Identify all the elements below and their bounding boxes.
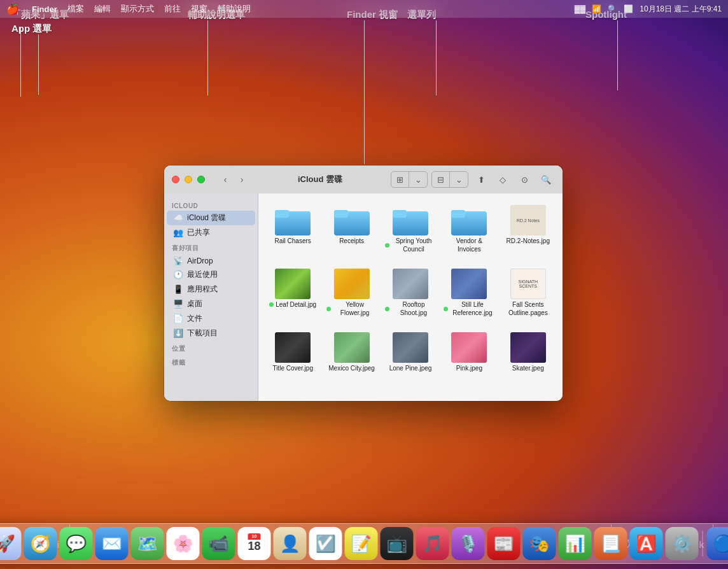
grid-view-button[interactable]: ⊟	[432, 172, 450, 187]
screen-icon: ⬜	[624, 4, 633, 13]
minimize-button[interactable]	[185, 176, 192, 183]
dock-item-reminders[interactable]: ☑️	[309, 527, 342, 560]
dock-item-pages[interactable]: 📃	[594, 527, 627, 560]
grid-chevron[interactable]: ⌄	[450, 172, 468, 187]
apple-menu-icon[interactable]: 🍎	[6, 3, 19, 15]
more-button[interactable]: ⊙	[515, 172, 533, 187]
finder-sidebar: iCloud ☁️ iCloud 雲碟 👥 已共享 喜好項目 📡 AirDrop…	[164, 193, 258, 401]
file-item-skater[interactable]: Skater.jpeg	[500, 327, 556, 376]
dock-item-contacts[interactable]: 👤	[274, 527, 307, 560]
file-label-spring-youth: Spring Youth Council	[385, 237, 436, 253]
dock-item-tv[interactable]: 📺	[381, 527, 414, 560]
sidebar-section-icloud: iCloud	[164, 199, 258, 211]
file-item-spring-youth[interactable]: Spring Youth Council	[382, 200, 438, 257]
sidebar-item-desktop[interactable]: 🖥️ 桌面	[167, 297, 255, 311]
dock-item-launchpad[interactable]: 🚀	[0, 527, 22, 560]
sidebar-item-downloads[interactable]: ⬇️ 下載項目	[167, 326, 255, 341]
forward-button[interactable]: ›	[234, 172, 249, 187]
datetime: 10月18日 週二 上午9:41	[640, 4, 722, 15]
search-icon[interactable]: 🔍	[608, 4, 617, 13]
dock-item-music[interactable]: 🎵	[416, 527, 449, 560]
dock-item-appstore[interactable]: 🅰️	[630, 527, 663, 560]
nav-arrows: ‹ ›	[218, 172, 249, 187]
sidebar-label-documents: 文件	[187, 313, 202, 324]
svg-rect-2	[275, 210, 289, 218]
dock-item-maps[interactable]: 🗺️	[131, 527, 164, 560]
file-item-pink[interactable]: Pink.jpeg	[441, 327, 497, 376]
file-label-still: Still Life Reference.jpg	[444, 300, 494, 317]
sidebar-item-airdrop[interactable]: 📡 AirDrop	[167, 254, 255, 267]
search-button[interactable]: 🔍	[537, 172, 555, 187]
sidebar-item-icloud-drive[interactable]: ☁️ iCloud 雲碟	[167, 211, 255, 225]
svg-rect-6	[393, 210, 407, 218]
documents-icon: 📄	[173, 314, 183, 323]
dock-item-facetime[interactable]: 📹	[202, 527, 235, 560]
sidebar-section-favorites: 喜好項目	[164, 240, 258, 254]
file-item-yellow[interactable]: Yellow Flower.jpg	[323, 263, 379, 321]
dock-item-messages[interactable]: 💬	[60, 527, 93, 560]
menubar-go[interactable]: 前往	[164, 3, 181, 15]
thumb-pink	[450, 331, 488, 364]
dock-divider	[703, 531, 703, 556]
file-label-rd2: RD.2-Notes.jpg	[507, 237, 550, 245]
sidebar-section-tags: 標籤	[164, 355, 258, 369]
file-item-mexico[interactable]: Mexico City.jpeg	[323, 327, 379, 376]
folder-icon-spring-youth	[391, 204, 430, 237]
finder-window: ‹ › iCloud 雲碟 ⊞ ⌄ ⊟ ⌄ ⬆ ◇ ⊙ 🔍 iCloud ☁️ …	[164, 165, 563, 401]
toolbar-icons: ⊞ ⌄ ⊟ ⌄ ⬆ ◇ ⊙ 🔍	[391, 171, 555, 188]
menubar-right: ▓▓ 📶 🔍 ⬜ 10月18日 週二 上午9:41	[575, 4, 722, 15]
menubar-help[interactable]: 輔助說明	[218, 3, 251, 15]
file-label-skater: Skater.jpeg	[512, 364, 544, 372]
dock-item-notes[interactable]: 📝	[345, 527, 378, 560]
dock-item-calendar[interactable]: 1018	[238, 527, 271, 560]
icon-view-button[interactable]: ⊞	[391, 172, 409, 187]
view-chevron[interactable]: ⌄	[409, 172, 427, 187]
thumb-mexico	[333, 331, 371, 364]
sidebar-item-documents[interactable]: 📄 文件	[167, 311, 255, 326]
share-button[interactable]: ⬆	[472, 172, 490, 187]
thumb-lone-pine	[391, 331, 430, 364]
file-item-lone-pine[interactable]: Lone Pine.jpeg	[382, 327, 438, 376]
file-item-still[interactable]: Still Life Reference.jpg	[441, 263, 497, 321]
maximize-button[interactable]	[197, 176, 205, 183]
dock-item-system-settings[interactable]: ⚙️	[666, 527, 699, 560]
file-item-rail-chasers[interactable]: Rail Chasers	[265, 200, 321, 257]
file-item-leaf[interactable]: Leaf Detail.jpg	[265, 263, 321, 321]
close-button[interactable]	[172, 176, 179, 183]
menubar-edit[interactable]: 編輯	[94, 3, 111, 15]
file-item-rooftop[interactable]: Rooftop Shoot.jpg	[382, 263, 438, 321]
file-label-rooftop: Rooftop Shoot.jpg	[385, 300, 436, 317]
menubar-file[interactable]: 檔案	[67, 3, 84, 15]
file-item-vendor[interactable]: Vendor & Invoices	[441, 200, 497, 257]
thumb-yellow	[333, 267, 371, 300]
file-item-rd2[interactable]: RD.2 Notes RD.2-Notes.jpg	[500, 200, 556, 257]
dock-item-keynote[interactable]: 🎭	[523, 527, 556, 560]
finder-content: Rail Chasers Receipts Spring Youth Counc…	[258, 193, 563, 401]
dock-item-news[interactable]: 📰	[487, 527, 521, 560]
dock-item-podcasts[interactable]: 🎙️	[452, 527, 485, 560]
sidebar-item-recent[interactable]: 🕐 最近使用	[167, 267, 255, 282]
dock-item-profile[interactable]: 🔵	[707, 527, 729, 560]
menubar-finder[interactable]: Finder	[32, 4, 57, 14]
dock-item-numbers[interactable]: 📊	[559, 527, 592, 560]
dock-item-safari[interactable]: 🧭	[24, 527, 57, 560]
file-item-fall-scents[interactable]: SIGNATHSCENTS Fall Scents Outline.pages	[500, 263, 556, 321]
sidebar-item-shared[interactable]: 👥 已共享	[167, 225, 255, 240]
file-label-lone-pine: Lone Pine.jpeg	[389, 364, 432, 372]
back-button[interactable]: ‹	[218, 172, 233, 187]
menubar-view[interactable]: 顯示方式	[121, 3, 154, 15]
thumb-still	[450, 267, 488, 300]
dock-item-mail[interactable]: ✉️	[95, 527, 129, 560]
file-label-rail-chasers: Rail Chasers	[275, 237, 311, 245]
file-item-receipts[interactable]: Receipts	[323, 200, 379, 257]
thumb-title-cover	[274, 331, 312, 364]
sidebar-label-apps: 應用程式	[187, 284, 218, 295]
sidebar-item-apps[interactable]: 📱 應用程式	[167, 282, 255, 297]
window-title: iCloud 雲碟	[255, 174, 386, 185]
menubar-window[interactable]: 視窗	[191, 3, 207, 15]
file-item-title-cover[interactable]: Title Cover.jpg	[265, 327, 321, 376]
tag-button[interactable]: ◇	[494, 172, 512, 187]
sidebar-section-locations: 位置	[164, 341, 258, 355]
dock-item-photos[interactable]: 🌸	[167, 527, 200, 560]
icloud-icon: ☁️	[173, 213, 183, 223]
